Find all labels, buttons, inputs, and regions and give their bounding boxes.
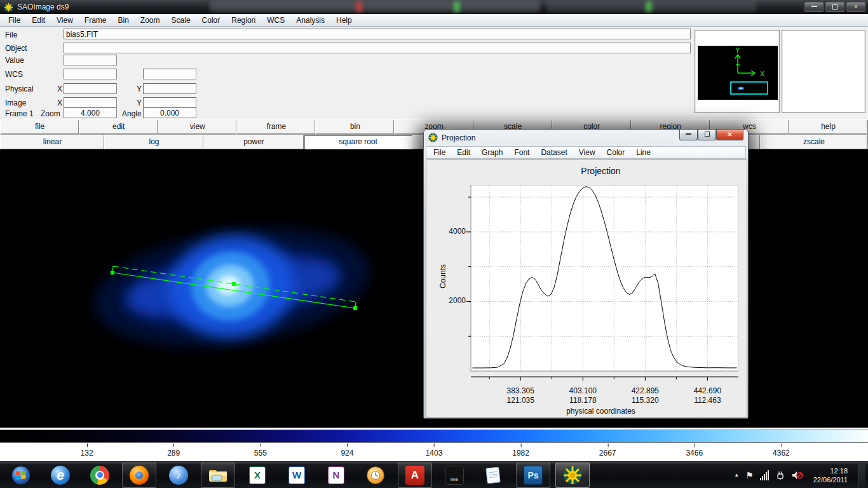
titlebar-blur-artifact <box>210 1 540 12</box>
menu-bin[interactable]: Bin <box>112 15 135 26</box>
toolbar-help-button[interactable]: help <box>789 119 868 135</box>
proj-menu-line[interactable]: Line <box>630 147 656 158</box>
action-center-flag-icon[interactable]: ⚑ <box>745 470 754 480</box>
physical-label: Physical <box>5 85 34 93</box>
menu-wcs[interactable]: WCS <box>261 15 290 26</box>
menu-color[interactable]: Color <box>196 15 226 26</box>
file-field[interactable] <box>64 29 691 39</box>
internet-explorer-icon[interactable]: e <box>43 463 78 488</box>
chrome-icon[interactable] <box>83 463 117 488</box>
menu-zoom[interactable]: Zoom <box>135 15 166 26</box>
physical-x-label: X <box>57 85 62 93</box>
zoom-field[interactable] <box>64 107 117 118</box>
image-label: Image <box>5 98 26 107</box>
ds9-app-icon <box>428 133 438 142</box>
projection-close-button[interactable]: ✕ <box>716 130 743 140</box>
photoshop-icon[interactable]: Ps <box>516 463 550 488</box>
main-menubar: File Edit View Frame Bin Zoom Scale Colo… <box>0 14 868 27</box>
projection-menubar: File Edit Graph Font Dataset View Color … <box>426 146 746 159</box>
adobe-reader-icon[interactable]: A <box>398 463 432 488</box>
power-plug-icon[interactable] <box>775 470 785 480</box>
scale-squareroot-button[interactable]: square root <box>304 135 412 150</box>
proj-menu-dataset[interactable]: Dataset <box>535 147 573 158</box>
main-titlebar[interactable]: SAOImage ds9 × <box>0 0 868 14</box>
projection-minimize-button[interactable] <box>679 130 698 140</box>
minimize-button[interactable] <box>804 2 824 12</box>
plot-canvas: 20004000 383.305403.100422.895442.690 12… <box>463 185 738 414</box>
firefox-icon[interactable] <box>122 463 156 488</box>
scale-zscale-button[interactable]: zscale <box>760 135 868 150</box>
onenote-icon[interactable]: N <box>319 463 353 488</box>
x-tick-labels-row2: 121.035118.178115.320112.463 <box>463 396 738 405</box>
menu-file[interactable]: File <box>3 15 26 26</box>
titlebar-blur-artifact <box>646 1 652 12</box>
projection-window[interactable]: Projection ✕ File Edit Graph Font Datase… <box>423 129 749 419</box>
proj-menu-file[interactable]: File <box>428 147 451 158</box>
menu-frame[interactable]: Frame <box>79 15 112 26</box>
menu-region[interactable]: Region <box>226 15 261 26</box>
titlebar-blur-artifact <box>454 1 460 12</box>
colorbar-gradient[interactable] <box>0 430 868 443</box>
start-button[interactable] <box>4 463 38 488</box>
object-label: Object <box>5 44 27 53</box>
ableton-live-icon[interactable]: live <box>437 463 471 488</box>
excel-icon[interactable]: X <box>240 463 275 488</box>
object-field[interactable] <box>64 43 691 53</box>
wcs-field-1[interactable] <box>64 69 117 79</box>
menu-edit[interactable]: Edit <box>26 15 51 26</box>
notepad-icon[interactable] <box>477 463 511 488</box>
wcs-field-2[interactable] <box>143 69 196 79</box>
menu-analysis[interactable]: Analysis <box>290 15 330 26</box>
word-icon[interactable]: W <box>280 463 314 488</box>
projection-titlebar[interactable]: Projection ✕ <box>424 130 748 146</box>
ds9-taskbar-icon[interactable] <box>555 463 590 488</box>
colorbar-labels: 132 289 555 924 1403 1982 2667 3466 4362 <box>0 443 868 461</box>
show-desktop-button[interactable] <box>858 462 865 488</box>
image-x-field[interactable] <box>64 97 117 108</box>
plot-xlabel: physical coordinates <box>463 407 738 416</box>
proj-menu-font[interactable]: Font <box>508 147 535 158</box>
proj-menu-edit[interactable]: Edit <box>451 147 476 158</box>
scale-linear-button[interactable]: linear <box>0 135 104 150</box>
colorbar-tick: 924 <box>341 449 353 458</box>
proj-menu-graph[interactable]: Graph <box>476 147 508 158</box>
scale-log-button[interactable]: log <box>104 135 203 150</box>
pan-viewport-box[interactable] <box>731 82 768 94</box>
scale-power-button[interactable]: power <box>203 135 304 150</box>
tray-expand-icon[interactable]: ▲ <box>734 472 739 478</box>
physical-x-field[interactable] <box>64 83 117 94</box>
pan-thumbnail[interactable]: Y X <box>698 46 778 100</box>
compass-x-label: X <box>760 70 765 78</box>
pan-panel[interactable]: Y X <box>695 30 780 113</box>
colorbar-tick: 2667 <box>599 449 616 458</box>
proj-menu-view[interactable]: View <box>573 147 601 158</box>
pan-galaxy-core <box>740 88 742 89</box>
value-field[interactable] <box>64 55 117 65</box>
angle-field[interactable] <box>143 107 196 118</box>
taskbar-clock[interactable]: 12:18 22/06/2011 <box>810 466 851 484</box>
network-signal-icon[interactable] <box>760 470 769 480</box>
restore-button[interactable] <box>825 2 844 12</box>
itunes-icon[interactable]: ♪ <box>161 463 196 488</box>
proj-menu-color[interactable]: Color <box>601 147 631 158</box>
projection-restore-button[interactable] <box>698 130 716 140</box>
toolbar-edit-button[interactable]: edit <box>79 119 158 135</box>
close-button[interactable]: × <box>846 2 865 12</box>
menu-scale[interactable]: Scale <box>166 15 196 26</box>
toolbar-file-button[interactable]: file <box>0 119 79 135</box>
image-y-field[interactable] <box>143 97 196 108</box>
compass-y-label: Y <box>735 46 740 54</box>
compass-icon <box>735 55 755 76</box>
x-tick-labels-row1: 383.305403.100422.895442.690 <box>463 386 738 395</box>
toolbar-frame-button[interactable]: frame <box>236 119 315 135</box>
image-y-label: Y <box>137 98 142 107</box>
speaker-muted-icon[interactable] <box>792 470 803 480</box>
colorbar-tick: 1403 <box>426 449 443 458</box>
outlook-icon[interactable] <box>358 463 393 488</box>
toolbar-view-button[interactable]: view <box>158 119 236 135</box>
physical-y-field[interactable] <box>143 83 196 94</box>
toolbar-bin-button[interactable]: bin <box>315 119 394 135</box>
menu-view[interactable]: View <box>51 15 79 26</box>
menu-help[interactable]: Help <box>330 15 358 26</box>
windows-explorer-icon[interactable] <box>201 463 235 488</box>
